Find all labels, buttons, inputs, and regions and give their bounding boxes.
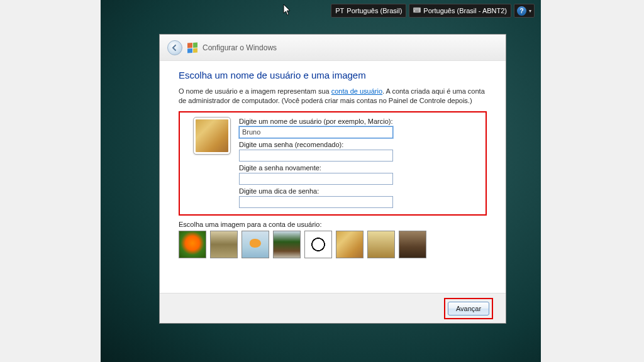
next-button[interactable]: Avançar bbox=[448, 302, 489, 315]
avatar-option-fish[interactable] bbox=[242, 231, 269, 258]
mouse-cursor-icon bbox=[283, 4, 292, 16]
highlight-form-area: Digite um nome de usuário (por exemplo, … bbox=[179, 111, 487, 216]
svg-rect-3 bbox=[417, 9, 418, 9]
avatar-option-ball[interactable] bbox=[304, 231, 332, 258]
password-hint-input[interactable] bbox=[239, 196, 393, 208]
help-icon: ? bbox=[517, 6, 526, 16]
avatar-thumbnails bbox=[179, 231, 487, 258]
pick-avatar-label: Escolha uma imagem para a conta de usuár… bbox=[179, 221, 487, 228]
setup-wizard-window: Configurar o Windows Escolha um nome de … bbox=[159, 34, 506, 324]
lang-code: PT bbox=[335, 7, 344, 14]
keyboard-icon bbox=[413, 7, 421, 14]
avatar-option-chess[interactable] bbox=[367, 231, 395, 258]
wizard-body: Escolha um nome de usuário e uma imagem … bbox=[160, 61, 506, 293]
avatar-option-flower[interactable] bbox=[179, 231, 206, 258]
wizard-title: Configurar o Windows bbox=[203, 43, 277, 52]
help-button[interactable]: ? ▾ bbox=[514, 4, 535, 18]
username-input[interactable] bbox=[239, 126, 393, 138]
svg-rect-4 bbox=[418, 9, 419, 9]
confirm-password-label: Digite a senha novamente: bbox=[239, 164, 479, 172]
language-indicator[interactable]: PT Português (Brasil) bbox=[331, 4, 406, 18]
password-label: Digite uma senha (recomendado): bbox=[239, 141, 479, 148]
avatar-option-puppy[interactable] bbox=[336, 231, 364, 258]
keyboard-indicator[interactable]: Português (Brasil - ABNT2) bbox=[409, 4, 511, 18]
password-input[interactable] bbox=[239, 150, 393, 162]
user-account-link[interactable]: conta de usuário bbox=[331, 87, 382, 95]
highlight-next-button: Avançar bbox=[444, 298, 493, 319]
language-bar: PT Português (Brasil) Português (Brasil … bbox=[331, 4, 541, 18]
desktop-background: PT Português (Brasil) Português (Brasil … bbox=[101, 0, 541, 362]
selected-avatar-preview bbox=[194, 118, 230, 154]
back-button[interactable] bbox=[167, 40, 182, 55]
intro-text: O nome de usuário e a imagem representam… bbox=[179, 87, 487, 106]
windows-logo-icon bbox=[187, 42, 197, 53]
wizard-header: Configurar o Windows bbox=[160, 35, 506, 61]
arrow-left-icon bbox=[171, 44, 179, 52]
chevron-down-icon: ▾ bbox=[529, 8, 531, 14]
wizard-footer: Avançar bbox=[160, 293, 506, 323]
lang-label: Português (Brasil) bbox=[347, 7, 402, 14]
avatar-option-bonsai[interactable] bbox=[273, 231, 301, 258]
form-fields: Digite um nome de usuário (por exemplo, … bbox=[239, 118, 479, 208]
page-heading: Escolha um nome de usuário e uma imagem bbox=[179, 70, 487, 80]
svg-rect-0 bbox=[413, 8, 421, 13]
svg-rect-1 bbox=[414, 9, 415, 9]
avatar-option-cat[interactable] bbox=[399, 231, 426, 258]
keyboard-label: Português (Brasil - ABNT2) bbox=[423, 7, 507, 14]
password-hint-label: Digite uma dica de senha: bbox=[239, 187, 479, 195]
username-label: Digite um nome de usuário (por exemplo, … bbox=[239, 118, 479, 125]
confirm-password-input[interactable] bbox=[239, 173, 393, 185]
svg-rect-2 bbox=[416, 9, 416, 9]
svg-rect-5 bbox=[415, 11, 419, 11]
avatar-option-robot[interactable] bbox=[210, 231, 238, 258]
